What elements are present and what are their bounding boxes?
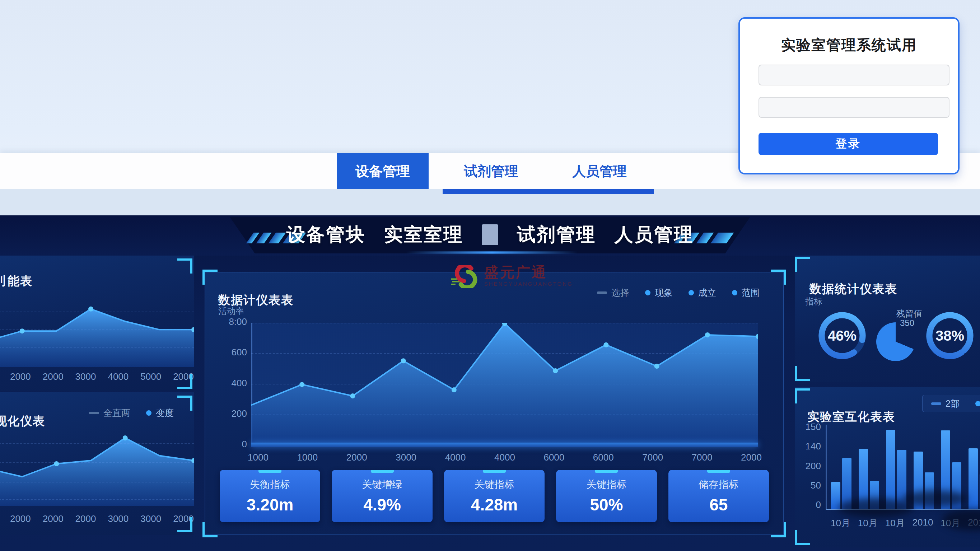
axis-tick-label: 10月: [885, 517, 905, 529]
pie-label-value: 350: [900, 318, 914, 328]
axis-tick-label: 1000: [297, 452, 318, 463]
axis-tick-label: 4000: [108, 371, 129, 382]
corner-bracket-icon: [795, 257, 810, 272]
tab-设备管理[interactable]: 设备管理: [337, 153, 429, 189]
banner-items: 设备管块实室室理试剂管理人员管理: [0, 215, 980, 254]
data-point-dot: [603, 342, 608, 347]
stat-card-value: 3.20m: [247, 495, 293, 514]
watermark-logo: 盛元广通 SHENGYUANGUANGTONG: [451, 265, 573, 288]
top-header-area: 设备管理试剂管理人员管理 实验室管理系统试用 登录: [0, 0, 980, 215]
card-notch-icon: [483, 470, 506, 473]
panel-left-bottom: 现化仪表 全直两变度 00200020002000300030002000: [0, 392, 194, 535]
stat-card-value: 4.9%: [363, 495, 401, 514]
axis-tick-label: 2000: [741, 452, 762, 463]
corner-bracket-icon: [177, 396, 192, 411]
page: 设备管理试剂管理人员管理 实验室管理系统试用 登录 设备管块实室室理试剂管理人员…: [0, 0, 980, 551]
area-fill: [251, 323, 758, 445]
legend-item-现象[interactable]: 现象: [645, 287, 673, 299]
pie-chart-icon: [876, 322, 915, 361]
bar: [886, 430, 895, 509]
axis-tick-label: 8:00: [229, 316, 247, 327]
y-axis-labels: 150140200500: [799, 421, 821, 510]
legend-label: 2部: [945, 398, 959, 409]
legend-item-全直两[interactable]: 全直两: [89, 407, 130, 419]
legend-label: 范围: [741, 287, 760, 299]
axis-tick-label: 4000: [494, 452, 515, 463]
gauge-subtitle: 指标: [805, 296, 822, 307]
username-input[interactable]: [759, 65, 950, 86]
axis-tick-label: 10月: [830, 517, 850, 529]
stat-card-label: 失衡指标: [250, 478, 290, 491]
x-axis-labels: 1000100020003000400040006000600070007000…: [248, 452, 762, 463]
baseline-glow: [251, 443, 758, 447]
banner-item: 设备管块: [286, 222, 366, 247]
axis-tick-label: 2000: [43, 513, 64, 524]
card-notch-icon: [258, 470, 282, 473]
password-input[interactable]: [759, 97, 950, 118]
legend-label: 全直两: [103, 407, 130, 419]
stat-card: 关键指标50%: [556, 470, 657, 522]
legend-label: 现象: [655, 287, 673, 299]
axis-tick-label: 3000: [75, 371, 96, 382]
gauges-row: 46%残留值35038%: [795, 309, 980, 373]
gauge-value: 38%: [923, 309, 977, 363]
axis-tick-label: 0: [816, 499, 821, 510]
corner-bracket-icon: [795, 530, 810, 545]
area-fill: [0, 438, 194, 506]
legend-swatch-icon: [975, 401, 980, 406]
chart-legend: 全直两变度: [89, 407, 174, 419]
axis-tick-label: 7000: [692, 452, 713, 463]
axis-tick-label: 6000: [544, 452, 564, 463]
stat-card-value: 4.28m: [471, 495, 518, 514]
panel-title: 刂能表: [0, 273, 33, 289]
legend-swatch-icon: [645, 290, 651, 295]
legend-item-回[interactable]: 回: [975, 398, 980, 409]
legend-swatch-icon: [146, 410, 151, 416]
x-axis-labels: 00200020002000300030002000: [0, 513, 194, 524]
axis-tick-label: 0: [242, 439, 247, 450]
smudge-artifact: [903, 490, 967, 507]
axis-tick-label: 200: [805, 460, 821, 472]
corner-bracket-icon: [771, 522, 786, 537]
bar-legend-box: 2部回: [922, 395, 980, 412]
axis-tick-label: 2000: [347, 452, 367, 463]
legend-swatch-icon: [689, 290, 694, 295]
stat-card-label: 关键指标: [586, 478, 627, 491]
tab-人员管理[interactable]: 人员管理: [554, 153, 646, 189]
stat-card: 储存指标65: [668, 470, 769, 522]
legend-label: 选择: [611, 287, 629, 299]
axis-tick-label: 600: [232, 347, 247, 358]
area-chart-svg: [0, 298, 194, 367]
tab-试剂管理[interactable]: 试剂管理: [445, 153, 537, 189]
corner-bracket-icon: [795, 366, 810, 381]
data-point-dot: [123, 435, 128, 440]
stat-card-label: 关键增绿: [362, 478, 402, 491]
axis-tick-label: 5000: [140, 371, 161, 382]
axis-tick-label: 3000: [108, 513, 129, 524]
data-point-dot: [401, 358, 406, 363]
legend-item-范围[interactable]: 范围: [732, 287, 760, 299]
stat-card-label: 关键指标: [474, 478, 514, 491]
data-point-dot: [299, 382, 304, 387]
y-axis-title: 活动率: [218, 306, 244, 317]
card-notch-icon: [707, 470, 730, 473]
axis-tick-label: 50: [811, 480, 821, 491]
panel-left-top: 刂能表 00200020003000400050002000: [0, 256, 194, 391]
axis-tick-label: 1000: [248, 452, 269, 463]
login-button[interactable]: 登录: [759, 133, 938, 155]
bar: [969, 448, 978, 509]
donut-gauge: 46%: [815, 309, 869, 363]
area-chart-svg: [0, 425, 194, 506]
axis-tick-label: 2010: [913, 517, 933, 529]
stat-card-value: 65: [710, 495, 728, 514]
legend-swatch-icon: [89, 412, 99, 414]
axis-tick-label: 400: [232, 377, 247, 389]
axis-tick-label: 150: [805, 421, 821, 433]
legend-item-2部[interactable]: 2部: [931, 398, 959, 409]
card-notch-icon: [371, 470, 394, 473]
legend-item-成立[interactable]: 成立: [689, 287, 716, 299]
panel-bar-chart: 实验室互化表表 2部回 150140200500 10月10月10月201010…: [795, 387, 980, 548]
legend-item-变度[interactable]: 变度: [146, 407, 174, 419]
legend-item-选择[interactable]: 选择: [597, 287, 629, 299]
data-point-dot: [350, 393, 355, 398]
